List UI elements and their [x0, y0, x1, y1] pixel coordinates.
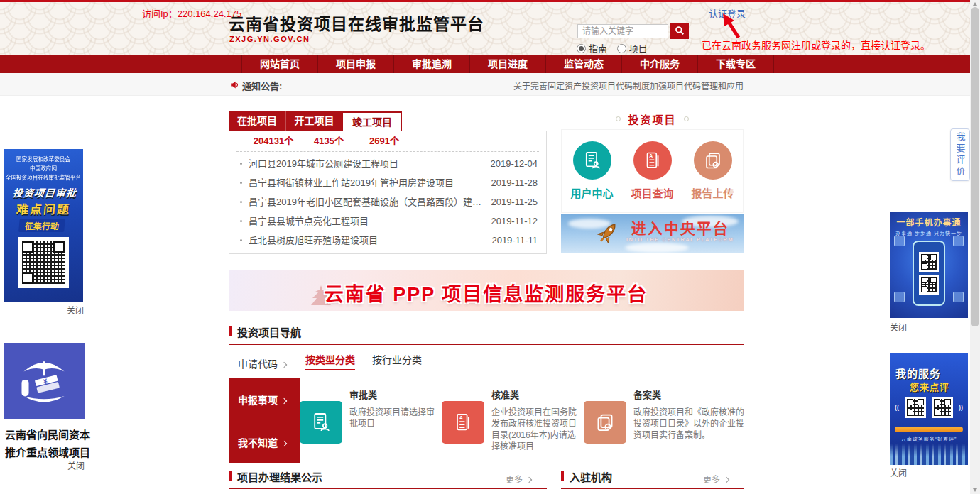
- report-upload-icon: [694, 141, 732, 180]
- category-title: 审批类: [349, 388, 442, 401]
- category-verify[interactable]: A 核准类 企业投资项目在国务院发布政府核准投资项目目录(2016年本)内请选择…: [442, 385, 584, 452]
- project-title: 丘北县树皮旭旺养殖场建设项目: [249, 231, 484, 250]
- count-in-approval: 204131个: [245, 131, 302, 151]
- record-category-icon: [584, 401, 626, 444]
- project-row[interactable]: 丘北县树皮旭旺养殖场建设项目2019-11-11: [238, 231, 538, 250]
- signal-icon: ((: [895, 404, 899, 411]
- poster-service-review[interactable]: 我的服务 您来点评 (( )) 云南政务服务“好差评”: [890, 353, 968, 465]
- poster-caption: 云南省向民间资本: [5, 427, 90, 441]
- poster-line: 国家发展和改革委员会: [6, 155, 81, 163]
- scroll-down-arrow-icon[interactable]: [973, 488, 977, 492]
- agencies-more-link[interactable]: 更多: [703, 473, 729, 485]
- apply-code-button[interactable]: 申请代码: [229, 346, 300, 378]
- shortcut-label: 项目查询: [622, 185, 682, 200]
- side-item-label: 申报事项: [238, 395, 278, 406]
- project-row[interactable]: 昌宁县县城节点亮化工程项目2019-11-12: [238, 212, 538, 231]
- radio-guide-label: 指南: [589, 43, 607, 54]
- nav-agency-service[interactable]: 中介服务: [622, 55, 698, 73]
- site-header: 访问Ip：220.164.24.175 云南省投资项目在线审批监管平台 ZXJG…: [0, 2, 980, 55]
- divider: [693, 119, 730, 119]
- side-item-label: 我不知道: [238, 437, 278, 449]
- project-list: 河口县2019年城市公厕建设工程项目2019-12-04 昌宁县柯街镇林业工作站…: [238, 154, 538, 250]
- qr-code: [18, 237, 69, 288]
- radio-project-icon: [617, 44, 626, 53]
- close-poster-link[interactable]: 关闭: [67, 304, 84, 316]
- side-item-declare[interactable]: 申报事项: [229, 393, 300, 407]
- radio-project[interactable]: 项目: [617, 43, 648, 54]
- poster-slogan: 投资项目审批: [4, 185, 83, 199]
- project-counts-row: 204131个 4135个 2691个: [236, 131, 539, 152]
- project-row[interactable]: 昌宁县2019年老旧小区配套基础设施（文昌路西段）建设项目2019-11-25: [238, 192, 538, 212]
- chevron-right-icon: [281, 362, 287, 368]
- project-row[interactable]: 昌宁县柯街镇林业工作站2019年管护用房建设项目2019-11-28: [238, 173, 538, 192]
- chevron-right-icon: [281, 398, 287, 404]
- category-approval[interactable]: 审批类 政府投资项目请选择审批项目: [300, 385, 442, 429]
- verify-category-icon: A: [442, 401, 484, 444]
- qr-code: [919, 252, 939, 272]
- shortcut-report-upload[interactable]: 报告上传: [682, 130, 743, 212]
- cube-decoration: [953, 236, 964, 246]
- poster-private-capital[interactable]: ¥: [4, 343, 85, 419]
- close-poster-link[interactable]: 关闭: [67, 459, 85, 471]
- nav-download[interactable]: 下载专区: [698, 55, 774, 73]
- poster-slogan: 难点问题: [4, 199, 83, 217]
- shortcut-user-center[interactable]: 用户中心: [562, 130, 622, 212]
- login-hint-arrow-icon: [714, 13, 744, 42]
- radio-project-label: 项目: [629, 43, 648, 54]
- tab-by-industry[interactable]: 按行业分类: [372, 352, 422, 370]
- side-item-unknown[interactable]: 我不知道: [229, 435, 300, 449]
- section-underline: [561, 488, 744, 489]
- poster-slogan: 征集行动: [18, 219, 65, 232]
- qr-code: [905, 397, 926, 418]
- poster-mobile-app[interactable]: 一部手机办事通 办事通 步步通 只为快一步: [890, 212, 968, 318]
- approval-category-icon: [300, 401, 342, 444]
- count-started: 4135个: [300, 131, 357, 151]
- nav-supervision[interactable]: 监管动态: [546, 55, 622, 73]
- category-title: 核准类: [491, 388, 584, 401]
- banner-strip-decoration: [895, 427, 963, 432]
- project-row[interactable]: 河口县2019年城市公厕建设工程项目2019-12-04: [238, 154, 538, 173]
- tab-divider-line: [300, 370, 744, 370]
- central-platform-banner[interactable]: 进入中央平台 INTO THE CENTRAL PLATFORM: [561, 214, 744, 253]
- category-record[interactable]: 备案类 政府投资项目和《政府核准的投资项目目录》以外的企业投资项目实行备案制。: [584, 385, 747, 441]
- tab-by-type[interactable]: 按类型分类: [305, 352, 355, 370]
- feedback-button[interactable]: 我要评价: [950, 128, 970, 181]
- project-title: 昌宁县县城节点亮化工程项目: [249, 212, 484, 231]
- poster-title: 您来点评: [910, 380, 949, 393]
- chevron-right-icon: [724, 477, 729, 483]
- results-more-link[interactable]: 更多: [506, 473, 531, 485]
- bullet-icon: [240, 220, 242, 222]
- main-nav: 网站首页 项目申报 审批追溯 项目进度 监管动态 中介服务 下载专区: [0, 55, 980, 73]
- search-box: [577, 23, 690, 39]
- shortcut-project-query[interactable]: A 项目查询: [622, 130, 682, 212]
- poster-caption: 推介重点领域项目: [5, 444, 90, 459]
- search-input[interactable]: [577, 24, 668, 38]
- close-poster-link[interactable]: 关闭: [890, 466, 907, 478]
- tab-completed[interactable]: 竣工项目: [342, 111, 402, 131]
- qr-code: [932, 397, 953, 418]
- notice-headline-link[interactable]: 关于完善固定资产投资项目代码制度加强项目代码管理和应用: [513, 79, 744, 92]
- tab-in-approval[interactable]: 在批项目: [229, 111, 285, 131]
- close-poster-link[interactable]: 关闭: [890, 321, 907, 333]
- nav-home[interactable]: 网站首页: [241, 55, 318, 73]
- tab-started[interactable]: 开工项目: [285, 111, 342, 131]
- ppp-banner[interactable]: 云南省 PPP 项目信息监测服务平台: [229, 270, 744, 311]
- nav-project-declare[interactable]: 项目申报: [318, 55, 394, 73]
- search-scope-radios: 指南 项目: [577, 41, 655, 55]
- scroll-up-arrow-icon[interactable]: [973, 2, 977, 6]
- poster-ndrc-qr[interactable]: 国家发展和改革委员会 中国政府网 全国投资项目在线审批监管平台 投资项目审批 难…: [4, 149, 83, 302]
- ppp-banner-title: 云南省 PPP 项目信息监测服务平台: [229, 279, 744, 307]
- scrollbar-thumb[interactable]: [971, 7, 979, 326]
- project-date: 2019-11-12: [491, 212, 538, 231]
- speaker-icon: [230, 79, 239, 92]
- bullet-icon: [240, 182, 242, 184]
- nav-approval-trace[interactable]: 审批追溯: [394, 55, 470, 73]
- radio-guide[interactable]: 指南: [577, 43, 607, 54]
- poster-title: 我的服务: [895, 366, 941, 380]
- category-desc: 政府投资项目和《政府核准的投资项目目录》以外的企业投资项目实行备案制。: [633, 407, 747, 441]
- nav-project-progress[interactable]: 项目进度: [470, 55, 546, 73]
- search-button[interactable]: [670, 23, 689, 39]
- bullet-icon: [240, 239, 242, 241]
- apply-code-label: 申请代码: [238, 358, 278, 370]
- page: 访问Ip：220.164.24.175 云南省投资项目在线审批监管平台 ZXJG…: [0, 0, 980, 494]
